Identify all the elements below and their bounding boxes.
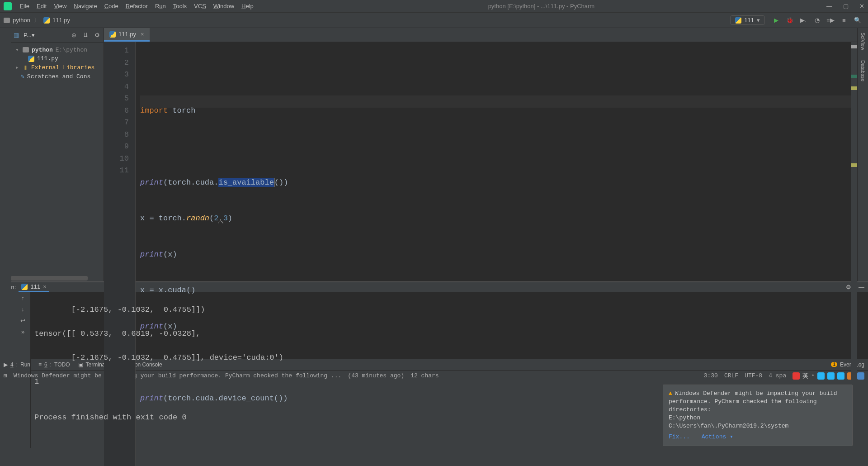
breadcrumb[interactable]: python 〉 111.py xyxy=(4,16,70,24)
layout-icon[interactable]: ▤ xyxy=(5,317,10,324)
line-number: 2 xyxy=(104,57,129,69)
stop-button[interactable]: ■ xyxy=(6,306,9,313)
menu-help[interactable]: Help xyxy=(239,2,256,10)
code-token: (x) xyxy=(163,322,177,331)
run-side-toolbar-2: ↑ ↓ ↩ » xyxy=(15,292,31,448)
search-everywhere-button[interactable]: 🔍 xyxy=(853,15,863,25)
code-token: x = torch. xyxy=(140,214,186,223)
stop-button[interactable]: ■ xyxy=(839,15,849,25)
profile-button[interactable]: ◔ xyxy=(812,15,822,25)
tree-scratches[interactable]: ✎ Scratches and Cons xyxy=(13,72,102,81)
run-config-name: 111 xyxy=(744,17,754,24)
tree-external-libraries[interactable]: ▸ ⫼ External Libraries xyxy=(13,63,102,72)
rerun-button[interactable]: ▶ xyxy=(5,295,10,301)
code-token: print xyxy=(140,178,163,187)
line-number: 4 xyxy=(104,81,129,93)
menu-code[interactable]: Code xyxy=(102,2,121,10)
minimize-icon[interactable]: — xyxy=(826,3,832,10)
folder-icon xyxy=(4,18,10,23)
more-icon[interactable]: » xyxy=(21,328,24,335)
main-menus: File Edit View Navigate Code Refactor Ru… xyxy=(17,2,256,10)
editor-tab[interactable]: 111.py × xyxy=(104,28,150,42)
run-coverage-button[interactable]: ▶. xyxy=(798,15,808,25)
run-button[interactable]: ▶ xyxy=(771,15,781,25)
navigation-bar: python 〉 111.py 111 ▾ ▶ 🐞 ▶. ◔ ≡▶ ■ 🔍 xyxy=(0,13,868,28)
editor-marker[interactable] xyxy=(851,86,857,90)
menu-run[interactable]: Run xyxy=(152,2,169,10)
collapse-icon[interactable]: ⇊ xyxy=(82,32,89,38)
close-tab-icon[interactable]: × xyxy=(43,283,47,290)
line-number: 9 xyxy=(104,141,129,153)
star-icon[interactable]: ★ xyxy=(0,262,11,268)
play-icon: ▶ xyxy=(4,361,8,368)
window-title: python [E:\python] - ...\111.py - PyChar… xyxy=(256,3,826,10)
maximize-icon[interactable]: ▢ xyxy=(843,3,849,10)
main-workspace: 1: Project ▥ P...▾ ⊕ ⇊ ⚙ ▾ python E:\pyt… xyxy=(0,28,868,281)
close-icon[interactable]: ✕ xyxy=(859,3,864,10)
editor-tab-name: 111.py xyxy=(118,31,136,38)
code-token: 3 xyxy=(223,214,228,223)
code-token: randn xyxy=(186,214,209,223)
menu-navigate[interactable]: Navigate xyxy=(71,2,99,10)
gear-icon[interactable]: ⚙ xyxy=(94,32,101,38)
code-token: (x) xyxy=(163,250,177,259)
line-number: 10 xyxy=(104,153,129,165)
menu-edit[interactable]: Edit xyxy=(34,2,49,10)
tab-database[interactable]: Database xyxy=(859,58,867,83)
tree-file[interactable]: 111.py xyxy=(13,54,102,63)
code-selection: is_available xyxy=(218,178,274,187)
down-icon[interactable]: ↓ xyxy=(21,306,24,313)
menu-view[interactable]: View xyxy=(51,2,69,10)
code-token: ( xyxy=(209,214,214,223)
code-editor[interactable]: 1 2 3 4 5 6 7 8 9 10 11 import torch pri… xyxy=(104,42,857,466)
line-number: 11 xyxy=(104,165,129,177)
editor-marker[interactable] xyxy=(851,75,857,78)
tree-root[interactable]: ▾ python E:\python xyxy=(13,45,102,54)
code-token: ()) xyxy=(274,178,288,187)
code-content[interactable]: import torch print(torch.cuda.is_availab… xyxy=(136,42,851,466)
target-icon[interactable]: ⊕ xyxy=(70,32,77,38)
tab-favorites[interactable]: 2: Favorites xyxy=(0,228,7,258)
menu-window[interactable]: Window xyxy=(211,2,237,10)
editor-marker[interactable] xyxy=(851,45,857,48)
up-icon[interactable]: ↑ xyxy=(21,295,24,301)
more-icon[interactable]: » xyxy=(6,328,9,335)
code-token: , xyxy=(218,214,223,223)
run-config-selector[interactable]: 111 ▾ xyxy=(730,15,765,25)
python-file-icon xyxy=(43,17,50,24)
tab-project[interactable]: 1: Project xyxy=(2,31,9,55)
code-token: (torch.cuda. xyxy=(163,178,218,187)
editor-marker[interactable] xyxy=(851,163,857,167)
menu-refactor[interactable]: Refactor xyxy=(123,2,151,10)
menu-vcs[interactable]: VCS xyxy=(191,2,209,10)
project-view-title[interactable]: P...▾ xyxy=(24,32,66,38)
project-horizontal-scrollbar[interactable] xyxy=(11,276,88,281)
code-token: print xyxy=(140,322,163,331)
debug-button[interactable]: 🐞 xyxy=(785,15,795,25)
concurrency-button[interactable]: ≡▶ xyxy=(826,15,835,25)
line-number: 1 xyxy=(104,45,129,57)
scratch-icon: ✎ xyxy=(21,73,24,80)
tab-sciview[interactable]: SciView xyxy=(859,31,867,52)
menu-tools[interactable]: Tools xyxy=(170,2,189,10)
menu-file[interactable]: File xyxy=(17,2,32,10)
library-icon: ⫼ xyxy=(23,64,28,71)
tool-window-toggle-icon[interactable]: ⊞ xyxy=(4,372,7,380)
minimize-tool-icon[interactable]: — xyxy=(859,284,864,290)
code-token: torch xyxy=(168,106,195,115)
window-controls: — ▢ ✕ xyxy=(826,3,864,10)
folder-icon xyxy=(23,47,29,52)
line-number: 3 xyxy=(104,69,129,81)
tab-structure[interactable]: 7: Structure xyxy=(0,163,7,192)
chevron-right-icon[interactable]: ▸ xyxy=(15,64,20,71)
tab-run[interactable]: ▶4: Run xyxy=(4,361,30,368)
chevron-down-icon[interactable]: ▾ xyxy=(15,46,20,53)
close-tab-icon[interactable]: × xyxy=(141,31,144,38)
wrap-icon[interactable]: ↩ xyxy=(20,317,25,324)
project-tree[interactable]: ▾ python E:\python 111.py ▸ ⫼ External L… xyxy=(11,43,104,84)
code-token: print xyxy=(140,394,163,403)
code-token: (torch.cuda.device_count()) xyxy=(163,394,288,403)
code-token: 2 xyxy=(214,214,218,223)
right-tool-stripe: SciView Database xyxy=(857,28,868,281)
run-tab[interactable]: 111 × xyxy=(19,282,49,292)
